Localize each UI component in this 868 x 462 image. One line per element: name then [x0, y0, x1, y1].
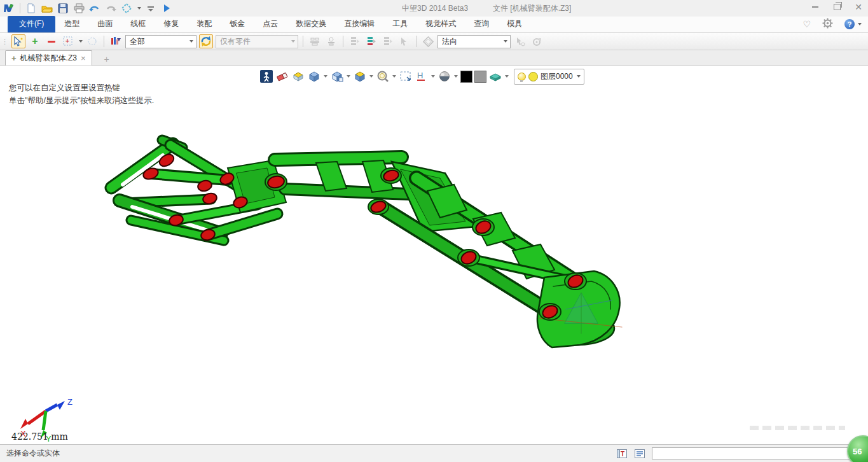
- new-file-icon[interactable]: [25, 2, 38, 15]
- status-bar: 选择命令或实体 T: [0, 444, 868, 462]
- zw3d-window: 中望3D 2014 Beta3 文件 [机械臂装配体.Z3] ✕ 文件(F) 造…: [0, 0, 868, 462]
- snap-settings-icon[interactable]: [530, 34, 544, 48]
- save-icon[interactable]: [57, 2, 69, 15]
- filter-combo-caret: [189, 40, 193, 43]
- measurement-readout: 422.751 mm: [11, 431, 68, 442]
- toolbar-separator: [343, 36, 343, 47]
- toolbar-separator: [104, 36, 104, 47]
- restore-button[interactable]: [831, 3, 843, 11]
- close-button[interactable]: ✕: [853, 3, 864, 11]
- toolbar-grip-handle[interactable]: ⋮: [1, 38, 8, 46]
- undo-icon[interactable]: [88, 2, 101, 15]
- tab-inquire[interactable]: 查询: [465, 16, 498, 32]
- redo-icon[interactable]: [104, 2, 117, 15]
- tab-directedit[interactable]: 直接编辑: [335, 16, 383, 32]
- document-tab-label: 机械臂装配体.Z3: [20, 53, 77, 64]
- select-last-icon[interactable]: [397, 34, 411, 48]
- pick-box-icon[interactable]: +: [61, 34, 75, 48]
- regen-icon[interactable]: [120, 2, 133, 15]
- watermark: [750, 426, 845, 430]
- ribbon-right-controls: ♡ ?: [803, 18, 862, 31]
- tab-surface[interactable]: 曲面: [88, 16, 121, 32]
- lasso-icon[interactable]: [85, 34, 99, 48]
- align-vertical-icon[interactable]: [324, 34, 338, 48]
- tab-close-icon[interactable]: ×: [81, 53, 86, 63]
- tab-pointcloud[interactable]: 点云: [254, 16, 287, 32]
- document-tab-bar: + 机械臂装配体.Z3 × +: [0, 50, 868, 66]
- stack-filter-3-icon[interactable]: [381, 34, 395, 48]
- remove-selection-icon[interactable]: [45, 34, 59, 48]
- tab-wireframe[interactable]: 线框: [121, 16, 155, 32]
- new-tab-plus-icon: +: [104, 54, 109, 64]
- print-icon[interactable]: [72, 2, 85, 15]
- scope-swirl-icon[interactable]: [199, 34, 213, 48]
- command-input[interactable]: [652, 447, 862, 459]
- window-controls: ✕: [809, 3, 864, 11]
- scope-combo-value: 仅有零件: [220, 36, 251, 47]
- status-right-controls: T: [616, 447, 862, 459]
- output-panel-toggle-icon[interactable]: [634, 449, 645, 459]
- stack-filter-1-icon[interactable]: [348, 34, 362, 48]
- status-message: 选择命令或实体: [0, 448, 60, 459]
- tab-sheetmetal[interactable]: 钣金: [221, 16, 254, 32]
- axis-z-label: Z: [67, 397, 72, 407]
- toolbar-separator: [416, 36, 417, 47]
- orientation-combo-value: 法向: [442, 36, 457, 47]
- scope-combo-caret: [291, 40, 295, 43]
- qat-separator: [20, 3, 20, 13]
- command-prompt-toggle-icon[interactable]: T: [616, 449, 628, 459]
- filter-combo[interactable]: 全部: [125, 35, 196, 48]
- help-icon[interactable]: ?: [844, 19, 855, 29]
- title-bar: 中望3D 2014 Beta3 文件 [机械臂装配体.Z3] ✕: [0, 0, 868, 17]
- favorite-icon[interactable]: ♡: [803, 19, 811, 29]
- tab-shape[interactable]: 造型: [55, 16, 88, 32]
- minimize-button[interactable]: [809, 3, 821, 11]
- customize-toolbar-icon[interactable]: [144, 2, 157, 15]
- filter-icon[interactable]: [109, 34, 123, 48]
- tab-prefix-icon: +: [11, 53, 17, 63]
- svg-text:T: T: [621, 451, 624, 458]
- tab-tools[interactable]: 工具: [383, 16, 417, 32]
- ribbon-tab-bar: 文件(F) 造型 曲面 线框 修复 装配 钣金 点云 数据交换 直接编辑 工具 …: [0, 17, 868, 33]
- selection-toolbar: ⋮ + + 全部 仅有零件: [0, 33, 868, 50]
- regen-dropdown-caret[interactable]: [137, 7, 141, 10]
- orientation-diamond-icon[interactable]: [421, 34, 435, 48]
- document-tab-active[interactable]: + 机械臂装配体.Z3 ×: [5, 50, 92, 66]
- help-control[interactable]: ?: [844, 19, 862, 29]
- tab-dataexchange[interactable]: 数据交换: [287, 16, 335, 32]
- pick-box-dropdown-caret[interactable]: [79, 40, 83, 43]
- graphics-canvas[interactable]: 您可以在自定义设置里设置热键 单击"帮助/显示提示"按钮来取消这些提示.: [0, 66, 868, 444]
- settings-gear-icon[interactable]: [822, 18, 833, 31]
- tab-file[interactable]: 文件(F): [8, 16, 55, 32]
- new-document-tab-button[interactable]: +: [99, 53, 115, 66]
- tab-repair[interactable]: 修复: [155, 16, 188, 32]
- tab-mold[interactable]: 模具: [498, 16, 531, 32]
- orientation-combo[interactable]: 法向: [437, 35, 511, 48]
- pick-from-list-icon[interactable]: [513, 34, 527, 48]
- filter-combo-value: 全部: [130, 36, 145, 47]
- run-icon[interactable]: [160, 2, 173, 15]
- app-title: 中望3D 2014 Beta3: [402, 3, 468, 14]
- orientation-combo-caret: [504, 40, 507, 43]
- svg-text:+: +: [65, 38, 69, 45]
- open-file-icon[interactable]: [41, 2, 53, 15]
- overlay-badge-count: 56: [853, 447, 862, 456]
- app-logo-icon[interactable]: [3, 2, 15, 15]
- align-horizontal-icon[interactable]: [308, 34, 322, 48]
- add-selection-icon[interactable]: +: [28, 34, 42, 48]
- document-title: 文件 [机械臂装配体.Z3]: [493, 3, 571, 14]
- tab-assembly[interactable]: 装配: [188, 16, 221, 32]
- model-3d-assembly[interactable]: [0, 66, 868, 444]
- scope-combo[interactable]: 仅有零件: [216, 35, 298, 48]
- toolbar-separator: [303, 36, 303, 47]
- help-dropdown-caret[interactable]: [858, 23, 862, 25]
- pick-cursor-icon[interactable]: [11, 34, 25, 48]
- tab-visualstyle[interactable]: 视觉样式: [417, 16, 465, 32]
- menu-tabs: 文件(F) 造型 曲面 线框 修复 装配 钣金 点云 数据交换 直接编辑 工具 …: [0, 16, 531, 32]
- stack-filter-2-icon[interactable]: [364, 34, 378, 48]
- quick-access-toolbar: [0, 2, 173, 15]
